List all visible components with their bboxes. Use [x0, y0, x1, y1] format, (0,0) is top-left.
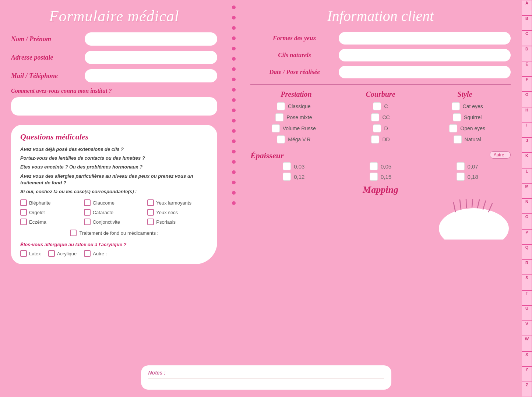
dot-9: [232, 88, 236, 92]
alpha-item-l[interactable]: L: [522, 168, 532, 184]
alpha-item-d[interactable]: D: [522, 46, 532, 61]
checkbox-box[interactable]: [20, 199, 27, 206]
checkbox-yeux-secs[interactable]: Yeux secs: [147, 209, 208, 216]
courbure-check-3[interactable]: [373, 124, 381, 132]
alpha-item-e[interactable]: E: [522, 61, 532, 77]
date-label: Date / Pose réalisée: [250, 68, 339, 76]
comment-input[interactable]: [11, 97, 217, 116]
prestation-check-1[interactable]: [277, 102, 285, 110]
checkbox-box[interactable]: [147, 199, 154, 206]
checkbox-box[interactable]: [84, 209, 91, 216]
alpha-item-c[interactable]: C: [522, 31, 532, 46]
alpha-item-q[interactable]: Q: [522, 244, 532, 260]
alpha-item-v[interactable]: V: [522, 321, 532, 336]
alpha-item-t[interactable]: T: [522, 290, 532, 306]
checkbox-box[interactable]: [147, 209, 154, 216]
dot-5: [232, 47, 236, 50]
style-check-3[interactable]: [449, 124, 457, 132]
prestation-check-2[interactable]: [275, 113, 283, 121]
dot-12: [232, 119, 236, 123]
ep-cell-4: 0,12: [250, 173, 337, 181]
prestation-check-3[interactable]: [272, 124, 280, 132]
style-check-2[interactable]: [453, 113, 461, 121]
alpha-item-o[interactable]: O: [522, 214, 532, 229]
alpha-item-a[interactable]: A: [522, 0, 532, 15]
alpha-item-u[interactable]: U: [522, 305, 532, 321]
alpha-item-g[interactable]: G: [522, 92, 532, 107]
checkbox-eczema[interactable]: Eczéma: [20, 219, 81, 225]
style-check-4[interactable]: [454, 135, 462, 143]
courbure-check-4[interactable]: [371, 135, 379, 143]
style-label-1: Cat eyes: [463, 103, 483, 109]
mail-input[interactable]: [85, 69, 217, 82]
formes-label: Formes des yeux: [250, 35, 339, 42]
formes-row: Formes des yeux: [250, 32, 511, 45]
epaisseur-row-1: 0,03 0,05 0,07: [250, 162, 511, 170]
ep-val-5: 0,15: [381, 174, 391, 180]
style-label-3: Open eyes: [460, 125, 485, 131]
checkbox-autre[interactable]: Autre :: [84, 250, 107, 257]
allergie-section: Êtes-vous allergique au latex ou à l'acr…: [20, 242, 208, 257]
courbure-cell-1: C: [337, 102, 424, 110]
date-input[interactable]: [339, 66, 511, 78]
adresse-input[interactable]: [85, 51, 217, 64]
ep-check-2[interactable]: [370, 162, 378, 170]
alpha-item-z[interactable]: Z: [522, 382, 532, 397]
checkbox-orgelet[interactable]: Orgelet: [20, 209, 81, 216]
alpha-item-i[interactable]: I: [522, 122, 532, 138]
alpha-item-h[interactable]: H: [522, 107, 532, 123]
alpha-item-y[interactable]: Y: [522, 366, 532, 382]
formes-input[interactable]: [339, 32, 511, 45]
checkbox-acrylique[interactable]: Acrylique: [48, 250, 77, 257]
alpha-item-x[interactable]: X: [522, 351, 532, 367]
checkbox-cataracte[interactable]: Cataracte: [84, 209, 145, 216]
courbure-cell-3: D: [337, 124, 424, 132]
checkbox-box-latex[interactable]: [20, 250, 27, 257]
alpha-item-p[interactable]: P: [522, 229, 532, 245]
ep-check-3[interactable]: [457, 162, 465, 170]
checkbox-label-conjonctivite: Conjonctivite: [93, 219, 120, 225]
alpha-item-m[interactable]: M: [522, 183, 532, 199]
checkbox-glaucome[interactable]: Glaucome: [84, 199, 145, 206]
autre-badge: Autre :: [490, 151, 511, 159]
ep-check-1[interactable]: [283, 162, 291, 170]
alpha-item-k[interactable]: K: [522, 153, 532, 168]
comment-section: Comment avez-vous connu mon institut ?: [11, 88, 217, 119]
checkbox-blepharite[interactable]: Blépharite: [20, 199, 81, 206]
checkbox-label-glaucome: Glaucome: [93, 200, 114, 206]
svg-line-5: [478, 200, 479, 208]
alpha-item-f[interactable]: F: [522, 77, 532, 92]
alpha-item-r[interactable]: R: [522, 260, 532, 275]
nom-input[interactable]: [85, 32, 217, 46]
checkbox-box[interactable]: [84, 199, 91, 206]
alpha-item-w[interactable]: W: [522, 336, 532, 351]
checkbox-yeux-larmoyants[interactable]: Yeux larmoyants: [147, 199, 208, 206]
checkbox-box-autre[interactable]: [84, 250, 91, 257]
prestation-check-4[interactable]: [277, 135, 285, 143]
courbure-check-1[interactable]: [373, 102, 381, 110]
traitement-checkbox[interactable]: [70, 230, 77, 236]
style-cell-2: Squirrel: [424, 113, 511, 121]
ep-check-6[interactable]: [457, 173, 465, 181]
checkbox-psoriasis[interactable]: Psoriasis: [147, 219, 208, 225]
alpha-item-n[interactable]: N: [522, 199, 532, 214]
checkbox-box-acrylique[interactable]: [48, 250, 55, 257]
checkbox-box[interactable]: [20, 209, 27, 216]
checkbox-box[interactable]: [20, 219, 27, 225]
ep-check-5[interactable]: [370, 173, 378, 181]
courbure-check-2[interactable]: [371, 113, 379, 121]
dot-18: [232, 181, 236, 184]
checkbox-conjonctivite[interactable]: Conjonctivite: [84, 219, 145, 225]
cils-input[interactable]: [339, 49, 511, 61]
alpha-item-b[interactable]: B: [522, 15, 532, 31]
checkbox-latex[interactable]: Latex: [20, 250, 41, 257]
style-check-1[interactable]: [452, 102, 460, 110]
checkbox-label-yeux-secs: Yeux secs: [156, 210, 178, 215]
style-label-4: Natural: [465, 137, 481, 142]
alpha-item-s[interactable]: S: [522, 275, 532, 290]
checkbox-box[interactable]: [84, 219, 91, 225]
courbure-label-4: DD: [382, 137, 390, 142]
ep-check-4[interactable]: [283, 173, 291, 181]
alpha-item-j[interactable]: J: [522, 138, 532, 153]
checkbox-box[interactable]: [147, 219, 154, 225]
